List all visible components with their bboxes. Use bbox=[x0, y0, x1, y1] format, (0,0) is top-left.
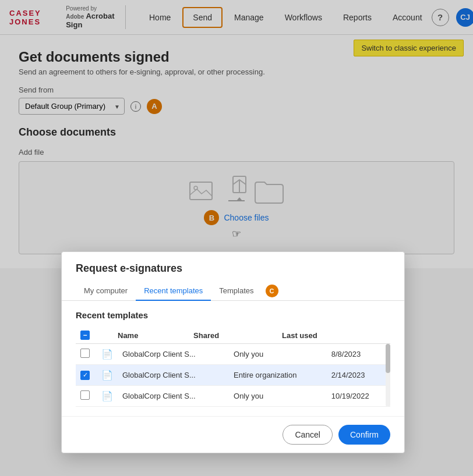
select-all-checkbox[interactable]: − bbox=[80, 331, 90, 340]
table-row: 📄 GlobalCorp Client S... Only you 10/19/… bbox=[76, 386, 390, 407]
tab-my-computer[interactable]: My computer bbox=[76, 282, 136, 301]
row2-doc-icon: 📄 bbox=[101, 370, 113, 380]
modal-header: Request e-signatures bbox=[62, 252, 404, 275]
modal-body: Recent templates − Name Shared Last used bbox=[62, 301, 404, 416]
row2-checkbox[interactable]: ✓ bbox=[80, 371, 90, 380]
row1-shared: Only you bbox=[229, 344, 327, 365]
col-header-lastused: Last used bbox=[277, 327, 390, 344]
row2-check-cell: ✓ bbox=[76, 365, 97, 386]
row1-doc-icon: 📄 bbox=[101, 349, 113, 359]
row1-lastused: 8/8/2023 bbox=[327, 344, 390, 365]
row2-lastused: 2/14/2023 bbox=[327, 365, 390, 386]
scrollbar-track bbox=[386, 344, 390, 407]
request-esignatures-modal: Request e-signatures My computer Recent … bbox=[61, 251, 405, 453]
row3-doc-icon: 📄 bbox=[101, 391, 113, 401]
page-wrapper: CASEY JONES Powered by Adobe Acrobat Sig… bbox=[0, 0, 473, 476]
table-container: − Name Shared Last used bbox=[76, 327, 390, 407]
badge-c: C bbox=[266, 285, 278, 297]
row2-shared: Entire organization bbox=[229, 365, 327, 386]
table-row: 📄 GlobalCorp Client S... Only you 8/8/20… bbox=[76, 344, 390, 365]
recent-templates-section-title: Recent templates bbox=[76, 310, 390, 320]
templates-table: − Name Shared Last used bbox=[76, 327, 390, 344]
table-body: 📄 GlobalCorp Client S... Only you 8/8/20… bbox=[76, 344, 390, 407]
row3-icon-cell: 📄 bbox=[97, 386, 118, 407]
modal-title: Request e-signatures bbox=[76, 262, 390, 275]
confirm-button[interactable]: Confirm bbox=[338, 425, 390, 445]
col-header-name: Name bbox=[113, 327, 189, 344]
table-row: ✓ 📄 GlobalCorp Client S... Entire organi… bbox=[76, 365, 390, 386]
row1-icon-cell: 📄 bbox=[97, 344, 118, 365]
modal-footer: Cancel Confirm bbox=[62, 416, 404, 453]
row3-check-cell bbox=[76, 386, 97, 407]
table-scroll[interactable]: 📄 GlobalCorp Client S... Only you 8/8/20… bbox=[76, 344, 390, 407]
table-header-row: − Name Shared Last used bbox=[76, 327, 390, 344]
scrollbar-thumb[interactable] bbox=[386, 344, 390, 373]
row2-name: GlobalCorp Client S... bbox=[118, 365, 229, 386]
row1-checkbox[interactable] bbox=[80, 349, 90, 358]
col-header-shared: Shared bbox=[189, 327, 277, 344]
cancel-button[interactable]: Cancel bbox=[283, 425, 333, 445]
row1-check-cell bbox=[76, 344, 97, 365]
col-header-check: − bbox=[76, 327, 97, 344]
row1-name: GlobalCorp Client S... bbox=[118, 344, 229, 365]
tab-templates[interactable]: Templates bbox=[211, 282, 262, 301]
table-header: − Name Shared Last used bbox=[76, 327, 390, 344]
col-header-icon bbox=[97, 327, 113, 344]
row3-checkbox[interactable] bbox=[80, 390, 90, 400]
row2-icon-cell: 📄 bbox=[97, 365, 118, 386]
row3-lastused: 10/19/2022 bbox=[327, 386, 390, 407]
tab-recent-templates[interactable]: Recent templates bbox=[136, 282, 211, 301]
row3-shared: Only you bbox=[229, 386, 327, 407]
templates-table-body: 📄 GlobalCorp Client S... Only you 8/8/20… bbox=[76, 344, 390, 407]
row3-name: GlobalCorp Client S... bbox=[118, 386, 229, 407]
modal-tabs: My computer Recent templates Templates C bbox=[62, 282, 404, 301]
